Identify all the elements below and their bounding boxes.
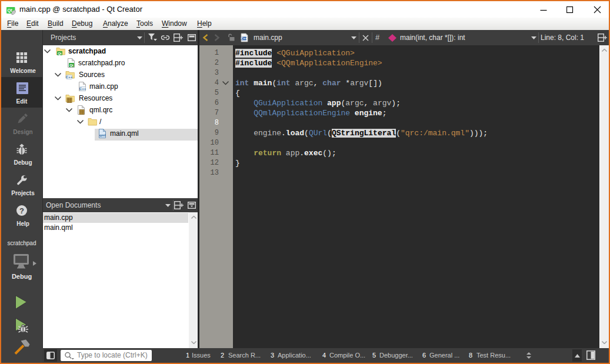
svg-text:C++: C++ [66,75,73,79]
svg-text:qml: qml [99,133,106,137]
svg-text:?: ? [19,206,24,215]
svg-text:Qt: Qt [58,52,62,55]
svg-text:C++: C++ [79,87,86,91]
svg-text:Qt: Qt [69,64,74,67]
svg-text:C++: C++ [241,36,246,40]
